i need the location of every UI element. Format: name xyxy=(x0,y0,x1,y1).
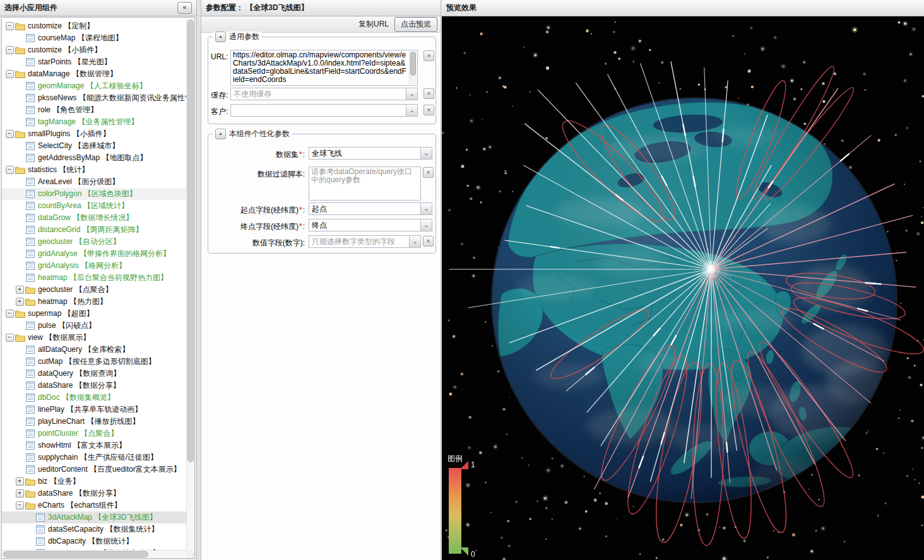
tree-leaf-row[interactable]: dataSetCapacity 【数据集统计】 xyxy=(2,523,187,535)
tree-leaf-row[interactable]: pulse 【闪硕点】 xyxy=(2,320,187,332)
dropdown-icon[interactable]: ⌄ xyxy=(420,219,432,231)
component-icon xyxy=(25,322,36,330)
fieldset-collapse-icon[interactable]: ▲ xyxy=(215,129,226,139)
tree-leaf-row[interactable]: distanceGrid 【两两距离矩阵】 xyxy=(2,224,187,236)
dropdown-icon[interactable]: ⌄ xyxy=(406,105,417,116)
tree-leaf-row[interactable]: pointCluster 【点聚合】 xyxy=(2,428,187,440)
tree-leaf-row[interactable]: showHtml 【富文本展示】 xyxy=(2,440,187,452)
tree-leaf-row[interactable]: playLineChart 【播放折线图】 xyxy=(2,416,187,428)
tree-folder-row[interactable]: +geocluster 【点聚合】 xyxy=(2,284,187,296)
tree-leaf-row[interactable]: supplychain 【生产供应链/迁徙图】 xyxy=(2,452,187,464)
dataset-select[interactable]: 全球飞线 ⌄ xyxy=(309,147,432,160)
expand-toggle-icon[interactable]: + xyxy=(16,489,24,498)
tree-leaf-row[interactable]: dataQuery 【数据查询】 xyxy=(2,368,187,380)
numeric-clear-button[interactable]: × xyxy=(423,236,434,247)
collapse-toggle-icon[interactable]: − xyxy=(6,46,14,54)
collapse-toggle-icon[interactable]: − xyxy=(6,166,14,174)
tree-leaf-row[interactable]: gridAnalysis 【格网分析】 xyxy=(2,260,187,272)
tree-item-label: geocluster 【点聚合】 xyxy=(36,284,113,295)
collapse-toggle-icon[interactable]: − xyxy=(6,334,14,342)
globe xyxy=(492,98,897,503)
expand-toggle-icon[interactable]: + xyxy=(16,477,24,486)
filter-script-input[interactable]: 请参考dataOperate/query接口中的query参数 xyxy=(309,166,421,201)
tree-folder-row[interactable]: −customize 【定制】 xyxy=(2,20,187,32)
tree-leaf-row[interactable]: dbCapacity 【数据统计】 xyxy=(2,535,187,547)
dropdown-icon[interactable]: ⌄ xyxy=(420,148,432,159)
tree-folder-row[interactable]: −customize 【小插件】 xyxy=(2,44,187,56)
cache-clear-button[interactable]: × xyxy=(424,88,434,99)
component-icon xyxy=(25,82,36,90)
preview-viewport[interactable]: 图例 1 0 xyxy=(442,16,924,560)
tree-folder-row[interactable]: −eCharts 【echarts组件】 xyxy=(2,499,187,511)
dropdown-icon[interactable]: ⌄ xyxy=(409,236,420,247)
tree-folder-row[interactable]: +dataShare 【数据分享】 xyxy=(2,487,187,499)
tree-leaf-row[interactable]: role 【角色管理】 xyxy=(2,104,187,116)
tree-leaf-row[interactable]: gridAnalyse 【带操作界面的格网分析】 xyxy=(2,248,187,260)
tree-leaf-row[interactable]: geomManage 【人工核验坐标】 xyxy=(2,80,187,92)
tree-leaf-row[interactable]: getAddressByMap 【地图取点】 xyxy=(2,152,187,164)
tree-folder-row[interactable]: −smallPlugins 【小插件】 xyxy=(2,128,187,140)
expand-toggle-icon[interactable]: + xyxy=(16,286,24,294)
url-input[interactable]: https://editor.olmap.cn/mapview/componen… xyxy=(230,50,418,86)
component-icon xyxy=(25,190,36,198)
tree-leaf-row[interactable]: heatmap 【后台聚合当前视野热力图】 xyxy=(2,272,187,284)
tree-leaf-row[interactable]: dbDoc 【数据集概览】 xyxy=(2,392,187,404)
tree-leaf-row[interactable]: cutMap 【按任意多边形切割底图】 xyxy=(2,356,187,368)
preview-button[interactable]: 点击预览 xyxy=(394,17,437,32)
tree-leaf-row[interactable]: SelectCity 【选择城市】 xyxy=(2,140,187,152)
numeric-field-select[interactable]: 只能选择数字类型的字段 ⌄ xyxy=(309,235,421,248)
copy-url-button[interactable]: 复制URL xyxy=(358,19,389,30)
url-clear-button[interactable]: × xyxy=(424,50,434,61)
component-picker-panel: 选择小应用组件 « −customize 【定制】courseMap 【课程地图… xyxy=(0,0,197,560)
collapse-toggle-icon[interactable]: − xyxy=(6,310,14,318)
collapse-toggle-icon[interactable]: − xyxy=(6,130,14,138)
expand-toggle-icon[interactable]: + xyxy=(16,298,24,306)
collapse-toggle-icon[interactable]: − xyxy=(6,22,14,30)
tree-folder-row[interactable]: −supermap 【超图】 xyxy=(2,308,187,320)
component-icon xyxy=(25,142,36,150)
cache-select[interactable]: 不使用缓存 ⌄ xyxy=(230,88,418,100)
component-icon xyxy=(35,525,46,534)
tree-item-label: heatmap 【热力图】 xyxy=(36,296,107,307)
dropdown-icon[interactable]: ⌄ xyxy=(420,203,432,214)
tree-folder-row[interactable]: +biz 【业务】 xyxy=(2,475,187,487)
tree-leaf-row[interactable]: linePlay 【共享单车轨迹动画】 xyxy=(2,404,187,416)
collapse-toggle-icon[interactable]: − xyxy=(16,501,24,510)
url-scrollbar-thumb[interactable] xyxy=(410,52,416,76)
dropdown-icon[interactable]: ⌄ xyxy=(406,88,417,100)
tree-folder-row[interactable]: −view 【数据展示】 xyxy=(2,332,187,344)
tree-horizontal-scrollbar[interactable] xyxy=(2,550,187,558)
tree-leaf-row[interactable]: countByArea 【区域统计】 xyxy=(2,200,187,212)
tree-leaf-row[interactable]: allDataQuery 【全库检索】 xyxy=(2,344,187,356)
tree-leaf-row[interactable]: courseMap 【课程地图】 xyxy=(2,32,187,44)
end-field-select[interactable]: 终点 ⌄ xyxy=(309,219,432,231)
start-field-select[interactable]: 起点 ⌄ xyxy=(309,202,432,215)
panel-collapse-button[interactable]: « xyxy=(177,2,192,14)
start-field-label: 起点字段(经纬度)*: xyxy=(210,205,305,216)
client-clear-button[interactable]: × xyxy=(424,105,434,115)
tree-leaf-row[interactable]: ueditorContent 【百度ueditor富文本展示】 xyxy=(2,464,187,475)
tree-vertical-scrollbar-thumb[interactable] xyxy=(187,20,194,462)
tree-vertical-scrollbar[interactable] xyxy=(186,18,194,551)
tree-horizontal-scrollbar-thumb[interactable] xyxy=(3,551,148,557)
tree-leaf-row[interactable]: AreaLevel 【面分级图】 xyxy=(2,176,187,188)
tree-leaf-row[interactable]: colorPolygon 【区域色块图】 xyxy=(2,188,187,200)
tree-leaf-row[interactable]: dataShare 【数据分享】 xyxy=(2,380,187,392)
tree-leaf-row[interactable]: dataGrow 【数据增长情况】 xyxy=(2,212,187,224)
tree-leaf-row[interactable]: pksseNews 【能源大数据新闻资讯业务属性管理】 xyxy=(2,92,187,104)
tree-leaf-row[interactable]: starPoints 【星光图】 xyxy=(2,56,187,68)
tree-leaf-row[interactable]: geocluster 【自动分区】 xyxy=(2,236,187,248)
tree-folder-row[interactable]: +heatmap 【热力图】 xyxy=(2,296,187,308)
client-select[interactable]: ⌄ xyxy=(230,104,418,117)
client-label: 客户: xyxy=(211,107,228,117)
filter-clear-button[interactable]: × xyxy=(423,167,434,178)
tree-leaf-row[interactable]: 3dAttackMap 【全球3D飞线图】 xyxy=(2,511,187,523)
tree-folder-row[interactable]: −dataManage 【数据管理】 xyxy=(2,68,187,80)
param-config-header: 参数配置： 【全球3D飞线图】 xyxy=(201,0,441,16)
tree-folder-row[interactable]: −statistics 【统计】 xyxy=(2,164,187,176)
url-scrollbar[interactable] xyxy=(409,51,417,85)
tree-leaf-row[interactable]: tagManage 【业务属性管理】 xyxy=(2,116,187,128)
tree-item-label: showHtml 【富文本展示】 xyxy=(36,440,126,451)
fieldset-collapse-icon[interactable]: ▲ xyxy=(215,32,226,42)
collapse-toggle-icon[interactable]: − xyxy=(6,70,14,78)
